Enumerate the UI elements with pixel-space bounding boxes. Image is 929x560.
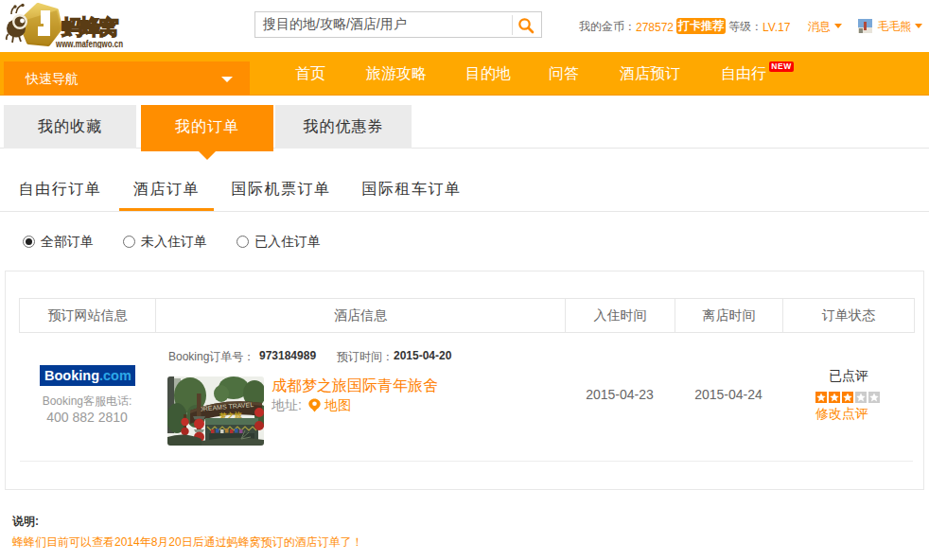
svg-text:Booking.com: Booking.com bbox=[44, 368, 131, 383]
svg-text:www.mafengwo.cn: www.mafengwo.cn bbox=[55, 38, 123, 49]
svg-text:蚂蜂窝: 蚂蜂窝 bbox=[61, 15, 119, 39]
